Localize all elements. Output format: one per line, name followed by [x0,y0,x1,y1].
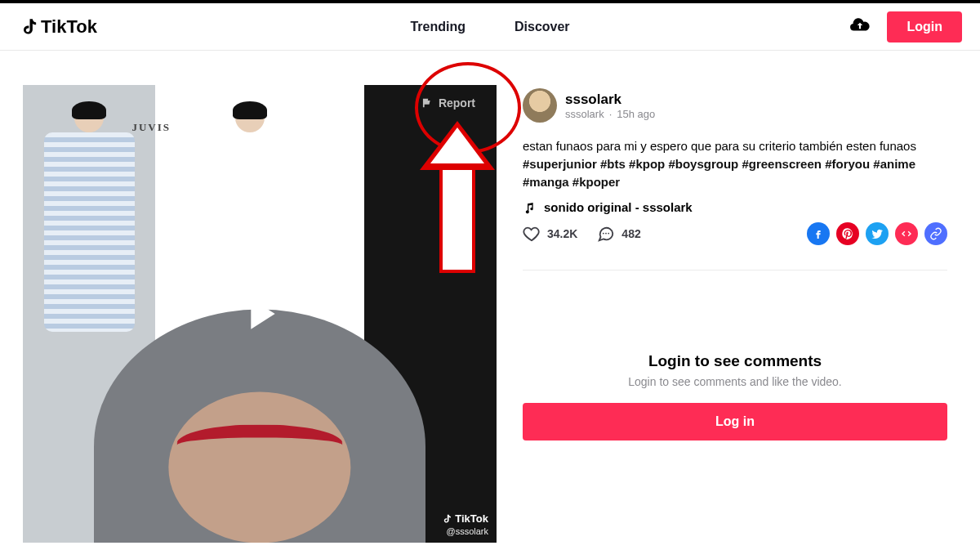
comment-count: 482 [621,227,640,240]
header: TikTok Trending Discover Login [0,3,980,51]
share-copylink[interactable] [924,222,947,245]
music-note-icon [523,201,536,214]
share-pinterest[interactable] [836,222,859,245]
post-time: 15h ago [617,108,655,120]
brand-text: TikTok [41,16,97,38]
content: JUVIS Report TikTok @sssolark [0,51,980,543]
caption-text: estan funaos para mi y espero que para s… [523,139,916,153]
svg-point-1 [605,233,607,235]
video-meta: sssolark sssolark · 15h ago estan funaos… [523,85,947,440]
hashtag[interactable]: #boysgroup [668,157,742,171]
nav-discover[interactable]: Discover [514,20,570,34]
watermark: TikTok @sssolark [441,512,488,536]
caption: estan funaos para mi y espero que para s… [523,137,947,190]
svg-point-2 [608,233,610,235]
author-username[interactable]: sssolark [565,92,655,108]
share-buttons [807,222,947,245]
divider [523,270,947,271]
hashtag[interactable]: #anime [873,157,915,171]
like-count: 34.2K [547,227,577,240]
author-displayname: sssolark [565,108,604,120]
comment-button[interactable]: 482 [597,225,640,243]
login-prompt-button[interactable]: Log in [523,403,947,440]
logo[interactable]: TikTok [18,16,97,38]
comment-icon [597,225,615,243]
login-prompt-subtitle: Login to see comments and like the video… [523,375,947,388]
play-icon[interactable] [234,288,286,340]
hashtag[interactable]: #kpop [629,157,668,171]
nav-trending[interactable]: Trending [410,20,466,34]
foreground-person [94,309,425,543]
report-label: Report [439,96,475,110]
hashtag[interactable]: #foryou [825,157,873,171]
upload-icon[interactable] [849,15,871,39]
login-prompt: Login to see comments Login to see comme… [523,352,947,440]
hashtag[interactable]: #superjunior [523,157,600,171]
video-player[interactable]: JUVIS Report TikTok @sssolark [23,85,497,543]
share-embed[interactable] [895,222,918,245]
share-facebook[interactable] [807,222,830,245]
music-row[interactable]: sonido original - sssolark [523,200,947,214]
like-button[interactable]: 34.2K [523,225,577,243]
share-twitter[interactable] [866,222,889,245]
avatar[interactable] [523,88,557,123]
tiktok-note-icon [441,513,452,525]
login-prompt-title: Login to see comments [523,352,947,370]
hashtag[interactable]: #greenscreen [742,157,825,171]
hashtag[interactable]: #kpoper [572,175,620,189]
header-login-button[interactable]: Login [887,11,962,42]
music-title: sonido original - sssolark [544,200,693,214]
report-button[interactable]: Report [421,96,475,110]
flag-icon [421,97,432,109]
svg-point-0 [603,233,604,235]
stats-row: 34.2K 482 [523,222,947,245]
tiktok-note-icon [18,16,39,38]
top-nav: Trending Discover [410,20,569,34]
hashtag[interactable]: #manga [523,175,572,189]
figure-left [33,103,146,332]
author-row[interactable]: sssolark sssolark · 15h ago [523,88,947,123]
hashtag[interactable]: #bts [600,157,629,171]
heart-icon [523,225,541,243]
